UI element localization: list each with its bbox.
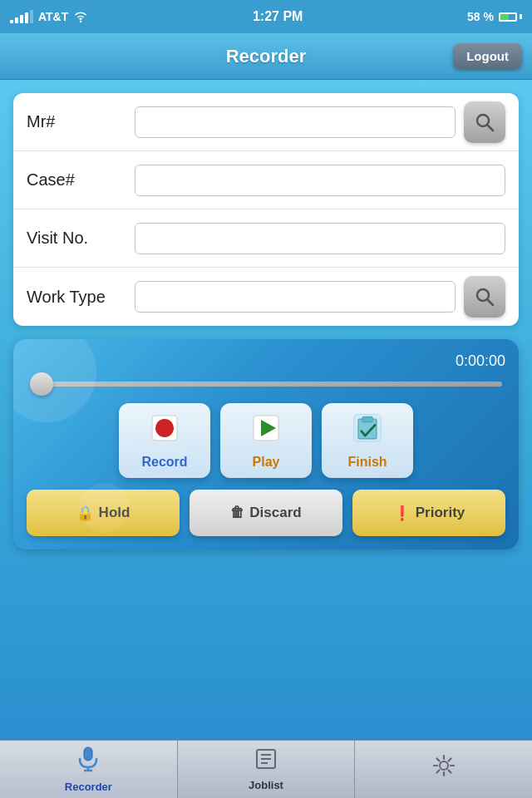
svg-point-0 [80,21,81,22]
bar1 [10,20,13,23]
carrier-label: AT&T [38,10,68,23]
svg-point-19 [440,761,448,770]
svg-point-6 [155,419,174,437]
priority-icon: ❗ [393,505,411,522]
svg-line-24 [436,758,439,761]
battery-icon [499,12,522,22]
record-button[interactable]: Record [119,403,210,478]
mr-row: Mr# [13,93,519,151]
svg-rect-11 [362,416,373,421]
svg-line-27 [436,770,439,772]
case-input[interactable] [135,165,505,196]
hold-label: Hold [99,505,131,521]
battery-percent: 58 % [467,10,494,23]
visitno-input[interactable] [135,223,505,254]
svg-line-25 [448,770,451,772]
finish-label: Finish [347,455,387,470]
mr-input[interactable] [135,106,456,138]
play-label: Play [253,455,280,470]
form-card: Mr# Case# Visit No. Work Type [13,93,519,326]
hold-icon: 🔒 [76,505,94,522]
finish-icon [351,411,384,450]
status-right: 58 % [467,10,522,23]
visitno-label: Visit No. [27,229,135,248]
playback-slider[interactable] [30,382,502,387]
tab-joblist[interactable]: Joblist [178,741,356,798]
status-left: AT&T [10,10,88,23]
worktype-label: Work Type [27,288,135,307]
discard-button[interactable]: 🗑 Discard [190,490,342,536]
hold-button[interactable]: 🔒 Hold [27,490,180,536]
timer-display: 0:00:00 [27,352,505,370]
search-icon [474,111,495,133]
play-button[interactable]: Play [220,403,312,478]
finish-button[interactable]: Finish [322,403,413,478]
tab-recorder[interactable]: Recorder [0,741,178,798]
app-header: Recorder Logout [0,33,532,80]
joblist-tab-label: Joblist [249,779,283,791]
discard-icon: 🗑 [230,505,244,521]
slider-container [27,375,505,390]
header-title: Recorder [226,46,307,67]
status-time: 1:27 PM [253,9,303,24]
case-row: Case# [13,151,519,209]
case-label: Case# [27,170,135,190]
search-icon-2 [474,286,495,308]
bar2 [15,17,18,23]
control-row: Record Play [27,403,505,478]
settings-tab-icon [431,752,457,785]
svg-line-2 [488,125,494,131]
bar5 [30,10,33,23]
priority-label: Priority [416,505,466,521]
signal-bars [10,10,33,23]
discard-label: Discard [249,505,301,521]
joblist-tab-icon [254,747,278,776]
recorder-tab-icon [76,746,101,778]
status-bar: AT&T 1:27 PM 58 % [0,0,532,33]
play-icon [249,411,283,450]
mr-search-button[interactable] [464,101,505,143]
recorder-panel: 0:00:00 Record [13,339,519,549]
recorder-tab-label: Recorder [65,781,112,793]
record-icon [148,411,181,450]
record-label: Record [141,455,187,470]
tab-bar: Recorder Joblist [0,740,532,798]
main-content: Mr# Case# Visit No. Work Type [0,80,532,740]
worktype-row: Work Type [13,268,519,326]
action-row: 🔒 Hold 🗑 Discard ❗ Priority [27,490,505,536]
visitno-row: Visit No. [13,209,519,268]
priority-button[interactable]: ❗ Priority [352,490,505,536]
worktype-search-button[interactable] [464,276,505,318]
svg-rect-12 [84,747,92,761]
svg-line-4 [488,300,494,306]
wifi-icon [73,11,88,22]
bar4 [25,12,28,23]
logout-button[interactable]: Logout [453,43,522,69]
bar3 [20,15,23,23]
tab-settings[interactable] [355,741,532,798]
mr-label: Mr# [27,112,135,131]
svg-line-26 [448,758,451,761]
worktype-input[interactable] [135,281,456,313]
